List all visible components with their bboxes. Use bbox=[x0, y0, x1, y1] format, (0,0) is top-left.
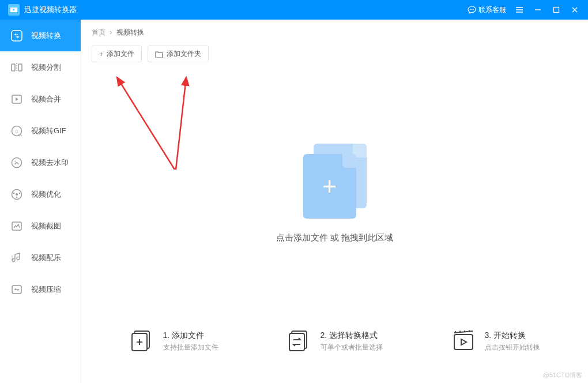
svg-rect-6 bbox=[12, 31, 22, 41]
app-logo-icon bbox=[8, 4, 20, 16]
step-title: 3. 开始转换 bbox=[485, 331, 540, 341]
step-sub: 可单个或者批量选择 bbox=[321, 343, 383, 352]
svg-rect-7 bbox=[12, 64, 15, 71]
sidebar-item-label: 视频去水印 bbox=[31, 157, 69, 168]
contact-support-button[interactable]: 联系客服 bbox=[468, 5, 506, 15]
sidebar-item-split[interactable]: 视频分割 bbox=[0, 51, 81, 83]
titlebar: 迅捷视频转换器 联系客服 bbox=[0, 0, 588, 20]
maximize-icon[interactable] bbox=[551, 5, 561, 15]
plus-icon: + bbox=[99, 50, 103, 58]
svg-marker-10 bbox=[16, 97, 18, 101]
step-sub: 支持批量添加文件 bbox=[163, 343, 218, 352]
sidebar-item-label: 视频截图 bbox=[31, 221, 61, 231]
step-add-icon bbox=[130, 329, 155, 354]
breadcrumb-current: 视频转换 bbox=[116, 28, 144, 36]
breadcrumb-home[interactable]: 首页 bbox=[92, 28, 105, 36]
dropzone[interactable]: + 点击添加文件 或 拖拽到此区域 bbox=[81, 68, 588, 318]
watermark: @51CTO博客 bbox=[543, 371, 582, 380]
svg-rect-21 bbox=[12, 286, 21, 294]
steps-row: 1. 添加文件 支持批量添加文件 2. 选择转换格式 可单个或者批量选择 3 bbox=[81, 318, 588, 383]
screenshot-icon bbox=[10, 220, 23, 232]
sidebar-item-compress[interactable]: 视频压缩 bbox=[0, 273, 81, 305]
step-format: 2. 选择转换格式 可单个或者批量选择 bbox=[287, 329, 383, 354]
sidebar-item-music[interactable]: 视频配乐 bbox=[0, 242, 81, 273]
content-area: 首页 › 视频转换 + 添加文件 添加文件夹 bbox=[81, 20, 588, 383]
add-folder-button[interactable]: 添加文件夹 bbox=[148, 46, 209, 62]
sidebar-item-label: 视频转GIF bbox=[31, 126, 66, 136]
app-title: 迅捷视频转换器 bbox=[24, 5, 468, 15]
sidebar-item-label: 视频优化 bbox=[31, 189, 61, 200]
sidebar-item-label: 视频压缩 bbox=[31, 284, 61, 295]
close-icon[interactable] bbox=[570, 5, 580, 15]
svg-point-18 bbox=[19, 192, 20, 193]
watermark-icon bbox=[10, 156, 23, 169]
svg-point-4 bbox=[473, 9, 474, 10]
sidebar-item-watermark[interactable]: 视频去水印 bbox=[0, 147, 81, 178]
sidebar-item-label: 视频分割 bbox=[31, 62, 61, 73]
step-title: 1. 添加文件 bbox=[163, 331, 218, 341]
compress-icon bbox=[10, 283, 23, 296]
svg-rect-29 bbox=[454, 335, 473, 350]
step-convert-icon bbox=[451, 329, 477, 354]
breadcrumb: 首页 › 视频转换 bbox=[81, 20, 588, 43]
svg-point-19 bbox=[16, 196, 17, 197]
optimize-icon bbox=[10, 188, 23, 201]
gif-icon: G bbox=[10, 125, 23, 137]
sidebar-item-gif[interactable]: G 视频转GIF bbox=[0, 115, 81, 147]
step-sub: 点击按钮开始转换 bbox=[485, 343, 540, 352]
folder-icon bbox=[155, 51, 163, 58]
step-format-icon bbox=[287, 329, 312, 354]
svg-text:G: G bbox=[16, 130, 18, 133]
sidebar: 视频转换 视频分割 视频合并 G 视频转GIF 视频去水印 bbox=[0, 20, 81, 383]
svg-marker-30 bbox=[461, 339, 466, 345]
sidebar-item-optimize[interactable]: 视频优化 bbox=[0, 178, 81, 210]
step-add: 1. 添加文件 支持批量添加文件 bbox=[130, 329, 218, 354]
add-file-button[interactable]: + 添加文件 bbox=[92, 46, 142, 62]
sidebar-item-label: 视频配乐 bbox=[31, 253, 61, 263]
sidebar-item-screenshot[interactable]: 视频截图 bbox=[0, 210, 81, 242]
dropzone-file-icon: + bbox=[303, 144, 367, 219]
svg-rect-28 bbox=[289, 333, 304, 351]
svg-rect-8 bbox=[18, 64, 22, 71]
svg-point-2 bbox=[470, 9, 471, 10]
sidebar-item-label: 视频转换 bbox=[31, 31, 61, 41]
merge-icon bbox=[10, 93, 23, 106]
menu-icon[interactable] bbox=[514, 5, 525, 15]
sidebar-item-merge[interactable]: 视频合并 bbox=[0, 83, 81, 115]
breadcrumb-separator: › bbox=[110, 28, 112, 36]
sidebar-item-convert[interactable]: 视频转换 bbox=[0, 20, 81, 51]
svg-point-16 bbox=[16, 193, 18, 196]
dropzone-text: 点击添加文件 或 拖拽到此区域 bbox=[276, 232, 393, 243]
split-icon bbox=[10, 61, 23, 74]
convert-icon bbox=[10, 29, 23, 42]
svg-rect-5 bbox=[554, 7, 559, 13]
svg-point-3 bbox=[472, 9, 473, 10]
step-title: 2. 选择转换格式 bbox=[321, 331, 383, 341]
music-icon bbox=[10, 251, 23, 264]
svg-point-17 bbox=[13, 192, 14, 193]
step-convert: 3. 开始转换 点击按钮开始转换 bbox=[451, 329, 540, 354]
svg-point-14 bbox=[15, 160, 16, 162]
sidebar-item-label: 视频合并 bbox=[31, 94, 61, 104]
toolbar: + 添加文件 添加文件夹 bbox=[81, 43, 588, 68]
minimize-icon[interactable] bbox=[533, 5, 543, 15]
